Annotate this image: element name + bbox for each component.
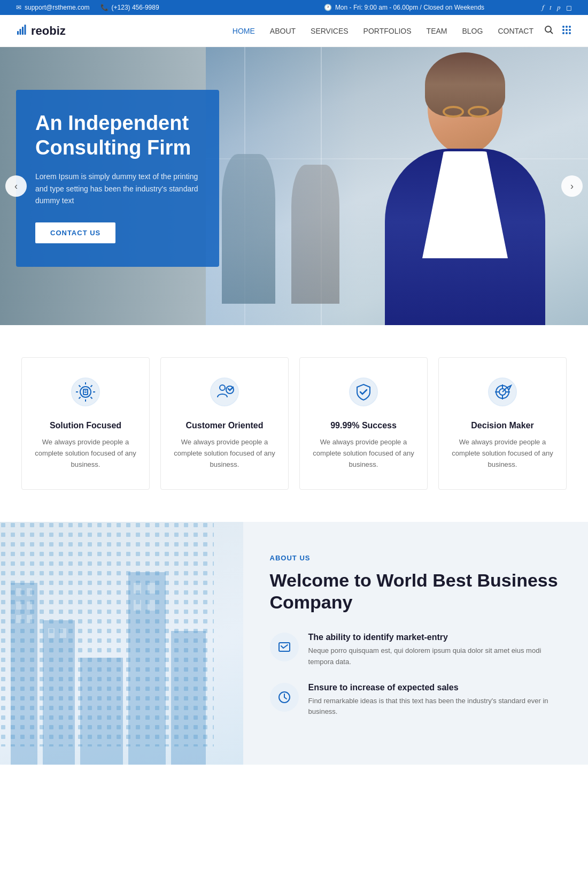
svg-rect-3 xyxy=(25,25,26,35)
svg-rect-47 xyxy=(148,583,155,594)
prev-arrow[interactable]: ‹ xyxy=(5,175,27,197)
hero-image xyxy=(206,47,588,325)
svg-rect-48 xyxy=(134,600,141,611)
nav-home[interactable]: HOME xyxy=(233,27,255,35)
svg-rect-35 xyxy=(16,588,21,596)
feature-customer-oriented: Customer Oriented We always provide peop… xyxy=(160,357,289,490)
about-feature-1-title: The ability to identify market-entry xyxy=(308,633,561,642)
about-feature-2-content: Ensure to increase of expected sales Fin… xyxy=(308,683,561,718)
about-feature-2-desc: Find remarkable ideas is that this text … xyxy=(308,696,561,718)
svg-point-7 xyxy=(566,26,568,28)
svg-rect-2 xyxy=(22,27,24,35)
feature-success: 99.99% Success We always provide people … xyxy=(299,357,428,490)
svg-rect-37 xyxy=(16,602,21,610)
about-left-illustration xyxy=(0,522,243,765)
nav-blog[interactable]: BLOG xyxy=(462,27,483,35)
svg-line-5 xyxy=(551,31,553,34)
svg-point-6 xyxy=(562,26,564,28)
nav-contact[interactable]: CONTACT xyxy=(498,27,533,35)
logo[interactable]: reobiz xyxy=(16,24,233,38)
sales-icon xyxy=(270,683,299,712)
about-feature-2: Ensure to increase of expected sales Fin… xyxy=(270,683,561,718)
svg-rect-40 xyxy=(27,615,32,623)
shield-check-icon xyxy=(313,377,414,411)
feature-3-desc: We always provide people a complete solu… xyxy=(313,437,414,470)
feature-2-title: Customer Oriented xyxy=(174,421,275,430)
svg-rect-44 xyxy=(80,658,123,765)
about-label: ABOUT US xyxy=(270,554,561,562)
about-feature-1: The ability to identify market-entry Neq… xyxy=(270,633,561,668)
svg-rect-36 xyxy=(27,588,32,596)
logo-icon xyxy=(16,24,28,38)
svg-point-11 xyxy=(569,29,571,31)
nav-portfolios[interactable]: PORTFOLIOS xyxy=(363,27,412,35)
about-right-content: ABOUT US Welcome to World Best Business … xyxy=(243,522,588,765)
market-entry-icon xyxy=(270,633,299,661)
feature-2-desc: We always provide people a complete solu… xyxy=(174,437,275,470)
top-bar: ✉ support@rstheme.com 📞 (+123) 456-9989 … xyxy=(0,0,588,15)
svg-rect-34 xyxy=(11,583,37,765)
clock-icon: 🕐 xyxy=(324,4,332,11)
nav-actions xyxy=(544,25,572,37)
facebook-icon[interactable]: 𝑓 xyxy=(542,3,544,12)
chevron-left-icon: ‹ xyxy=(14,181,18,192)
nav-team[interactable]: TEAM xyxy=(427,27,447,35)
svg-point-10 xyxy=(566,29,568,31)
instagram-icon[interactable]: ◻ xyxy=(566,4,572,12)
contact-info: ✉ support@rstheme.com 📞 (+123) 456-9989 xyxy=(16,4,266,11)
hero-title: An Independent Consulting Firm xyxy=(35,111,200,160)
svg-point-4 xyxy=(545,26,551,32)
phone-icon: 📞 xyxy=(100,4,109,11)
gear-document-icon xyxy=(35,377,136,411)
hero-section: An Independent Consulting Firm Lorem Ips… xyxy=(0,47,588,325)
svg-rect-41 xyxy=(43,620,75,765)
search-icon[interactable] xyxy=(544,25,554,37)
about-feature-1-desc: Neque porro quisquam est, qui dolorem ip… xyxy=(308,645,561,668)
svg-rect-39 xyxy=(16,615,21,623)
navbar: reobiz HOME ABOUT SERVICES PORTFOLIOS TE… xyxy=(0,15,588,47)
phone-text: (+123) 456-9989 xyxy=(112,4,159,11)
feature-1-desc: We always provide people a complete solu… xyxy=(35,437,136,470)
feature-4-title: Decision Maker xyxy=(452,421,553,430)
feature-3-title: 99.99% Success xyxy=(313,421,414,430)
svg-rect-49 xyxy=(148,600,155,611)
svg-point-23 xyxy=(350,378,377,406)
svg-point-8 xyxy=(569,26,571,28)
svg-point-20 xyxy=(211,378,238,406)
svg-point-14 xyxy=(569,32,571,34)
target-arrow-icon xyxy=(452,377,553,411)
svg-point-15 xyxy=(72,378,99,406)
nav-about[interactable]: ABOUT xyxy=(270,27,296,35)
social-links[interactable]: 𝑓 𝑡 𝑝 ◻ xyxy=(542,3,572,12)
person-wrench-icon xyxy=(174,377,275,411)
svg-rect-0 xyxy=(17,31,19,35)
business-hours: 🕐 Mon - Fri: 9:00 am - 06.00pm / Closed … xyxy=(279,4,529,11)
nav-services[interactable]: SERVICES xyxy=(311,27,349,35)
svg-rect-43 xyxy=(60,628,66,638)
next-arrow[interactable]: › xyxy=(561,175,583,197)
contact-us-button[interactable]: CONTACT US xyxy=(35,222,115,243)
hero-overlay: An Independent Consulting Firm Lorem Ips… xyxy=(16,90,219,267)
chevron-right-icon: › xyxy=(570,181,574,192)
svg-point-13 xyxy=(566,32,568,34)
about-title: Welcome to World Best Business Company xyxy=(270,569,561,613)
phone-contact: 📞 (+123) 456-9989 xyxy=(100,4,159,11)
about-feature-2-title: Ensure to increase of expected sales xyxy=(308,683,561,692)
svg-rect-46 xyxy=(134,583,141,594)
svg-point-9 xyxy=(562,29,564,31)
svg-rect-50 xyxy=(171,631,206,765)
svg-point-12 xyxy=(562,32,564,34)
twitter-icon[interactable]: 𝑡 xyxy=(550,3,552,12)
email-icon: ✉ xyxy=(16,4,21,11)
hero-subtitle: Lorem Ipsum is simply dummy text of the … xyxy=(35,171,200,206)
svg-rect-38 xyxy=(27,602,32,610)
svg-rect-1 xyxy=(20,29,21,35)
email-text: support@rstheme.com xyxy=(25,4,90,11)
feature-decision-maker: Decision Maker We always provide people … xyxy=(438,357,567,490)
about-section: ABOUT US Welcome to World Best Business … xyxy=(0,522,588,765)
grid-icon[interactable] xyxy=(561,25,572,37)
features-section: Solution Focused We always provide peopl… xyxy=(0,325,588,522)
pinterest-icon[interactable]: 𝑝 xyxy=(557,3,561,12)
feature-solution-focused: Solution Focused We always provide peopl… xyxy=(21,357,150,490)
feature-4-desc: We always provide people a complete solu… xyxy=(452,437,553,470)
